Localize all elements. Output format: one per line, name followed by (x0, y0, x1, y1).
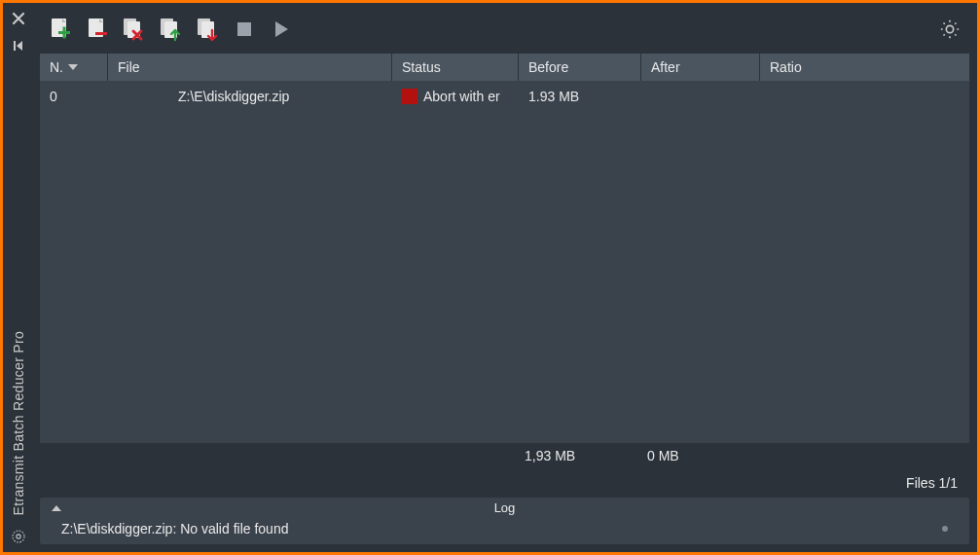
svg-rect-4 (63, 27, 66, 39)
status-text: Abort with er (423, 89, 500, 104)
total-after: 0 MB (641, 448, 760, 463)
left-rail: Etransmit Batch Reducer Pro (3, 3, 34, 552)
totals-row: 1,93 MB 0 MB (40, 443, 969, 468)
svg-rect-6 (95, 32, 107, 35)
col-header-after-label: After (651, 59, 680, 75)
cell-before: 1.93 MB (519, 89, 641, 104)
log-indicator-icon (942, 526, 948, 532)
save-list-button[interactable] (194, 15, 221, 44)
remove-file-button[interactable] (83, 15, 110, 44)
total-before: 1,93 MB (519, 448, 641, 463)
app-frame: Etransmit Batch Reducer Pro (3, 3, 977, 552)
load-list-button[interactable] (157, 15, 184, 44)
grid-body: 0 Z:\E\diskdigger.zip Abort with er 1.93… (40, 81, 969, 443)
col-header-status[interactable]: Status (392, 54, 519, 81)
col-header-n[interactable]: N. (40, 54, 108, 81)
sort-desc-icon (67, 63, 79, 71)
prev-icon[interactable] (11, 38, 26, 54)
col-header-after[interactable]: After (641, 54, 760, 81)
play-button[interactable] (268, 15, 295, 44)
files-count: Files 1/1 (906, 475, 958, 491)
col-header-file-label: File (118, 59, 140, 75)
stop-button[interactable] (231, 15, 258, 44)
col-header-ratio[interactable]: Ratio (760, 54, 969, 81)
settings-button[interactable] (936, 16, 963, 43)
col-header-n-label: N. (50, 59, 63, 75)
col-header-before[interactable]: Before (519, 54, 641, 81)
grid-header: N. File Status Before After Ratio (40, 54, 969, 81)
log-title: Log (494, 500, 516, 515)
log-entry: Z:\E\diskdigger.zip: No valid file found (61, 521, 288, 536)
add-file-button[interactable] (46, 15, 73, 44)
cell-file: Z:\E\diskdigger.zip (108, 89, 392, 104)
log-panel: Log Z:\E\diskdigger.zip: No valid file f… (40, 498, 969, 544)
status-indicator-icon (402, 89, 417, 104)
col-header-status-label: Status (402, 59, 441, 75)
svg-point-1 (17, 535, 20, 538)
col-header-ratio-label: Ratio (770, 59, 802, 75)
svg-point-0 (13, 531, 24, 542)
cell-n: 0 (40, 89, 108, 104)
col-header-file[interactable]: File (108, 54, 392, 81)
cell-status: Abort with er (392, 89, 519, 104)
files-count-row: Files 1/1 (40, 468, 969, 498)
col-header-before-label: Before (528, 59, 568, 75)
close-icon[interactable] (11, 11, 26, 26)
log-collapse-icon[interactable] (50, 501, 63, 516)
app-title-vertical: Etransmit Batch Reducer Pro (11, 331, 26, 515)
table-row[interactable]: 0 Z:\E\diskdigger.zip Abort with er 1.93… (40, 81, 969, 112)
remove-all-button[interactable] (120, 15, 147, 44)
toolbar (40, 9, 969, 50)
main-area: N. File Status Before After Ratio 0 Z:\E… (34, 3, 977, 552)
svg-rect-13 (237, 22, 251, 36)
app-logo-gear-icon[interactable] (11, 529, 26, 544)
